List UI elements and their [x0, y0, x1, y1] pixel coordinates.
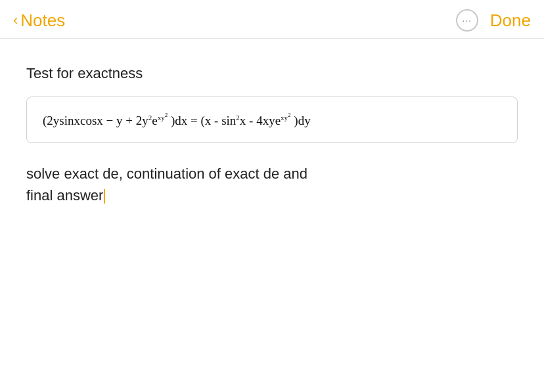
- header: ‹ Notes ··· Done: [0, 0, 544, 39]
- back-label[interactable]: Notes: [20, 11, 65, 31]
- back-chevron-icon: ‹: [13, 13, 18, 28]
- header-actions: ··· Done: [456, 9, 531, 32]
- done-button[interactable]: Done: [490, 11, 531, 31]
- more-options-button[interactable]: ···: [456, 9, 478, 32]
- equation-text: (2ysinxcosx − y + 2y2exy2 )dx = (x - sin…: [43, 114, 311, 127]
- main-content: Test for exactness (2ysinxcosx − y + 2y2…: [0, 39, 544, 226]
- note-body[interactable]: solve exact de, continuation of exact de…: [26, 163, 518, 206]
- text-cursor: [104, 189, 105, 204]
- equation-box: (2ysinxcosx − y + 2y2exy2 )dx = (x - sin…: [26, 97, 518, 143]
- note-line-1: solve exact de, continuation of exact de…: [26, 165, 307, 182]
- back-button[interactable]: ‹ Notes: [13, 11, 65, 31]
- section-title: Test for exactness: [26, 65, 518, 82]
- ellipsis-icon: ···: [463, 16, 472, 25]
- note-line-2: final answer: [26, 187, 103, 204]
